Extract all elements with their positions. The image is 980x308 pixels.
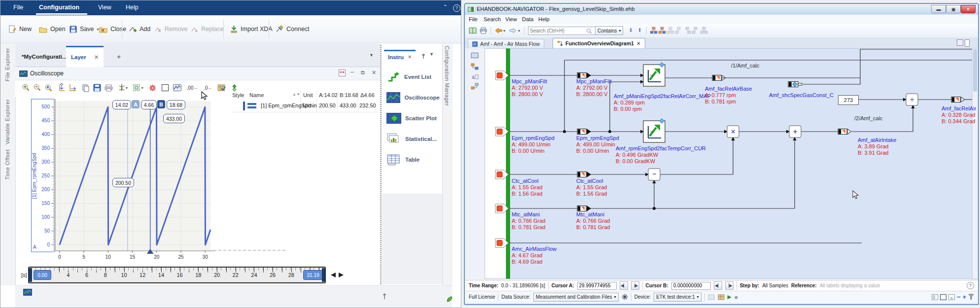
data-source-settings-icon[interactable] [622, 294, 628, 300]
cursor-a-tab[interactable]: A [132, 100, 140, 108]
time-ruler[interactable]: 24681012141618202224262830 0.00 31.19 [28, 267, 326, 283]
signal-marker[interactable] [577, 129, 591, 135]
ruler-left-handle[interactable] [29, 268, 32, 282]
diagram-signal-label[interactable]: Amf_shcSpecGasConst_C [769, 92, 834, 99]
diagram-signal-label[interactable]: Mpc_pManiFiltA: 2792.00 VB: 2800.00 V [576, 78, 612, 98]
sidebar-tab-file-explorer[interactable]: File Explorer [4, 48, 10, 81]
shcspecgasconst-marker[interactable] [788, 82, 802, 87]
diagram-signal-label[interactable]: Amf_rpmEngSpd2facTempCorr_CURA: 0.496 Gr… [616, 145, 706, 165]
add-button[interactable]: Add [129, 21, 150, 37]
close-tab-icon[interactable]: ✕ [408, 54, 412, 60]
view-mode-single-icon[interactable] [932, 294, 938, 300]
add-block[interactable]: + [789, 126, 801, 137]
cursor-b-input[interactable] [671, 282, 711, 290]
sidebar-tab-variable-explorer[interactable]: Variable Explorer [4, 99, 10, 144]
diagram-signal-label[interactable]: Epm_rpmEngSpdA: 499.00 U/minB: 0.00 U/mi… [576, 135, 619, 154]
save-dropdown-arrow[interactable]: ▾ [97, 27, 99, 32]
panel-check-icon[interactable] [339, 69, 346, 76]
col-name[interactable]: Name [249, 92, 264, 98]
palette-item-scatter-plot[interactable]: Scatter Plot [386, 110, 440, 127]
tab-overflow-icon[interactable]: ▼ [369, 53, 374, 58]
device-dropdown[interactable]: ETK test device:1▾ [654, 293, 701, 302]
cursor-b-step-back[interactable]: ◀▏ [714, 281, 722, 290]
close-tab-icon[interactable]: ✕ [94, 54, 99, 61]
pin-icon[interactable] [420, 53, 426, 59]
facrelair-marker[interactable] [951, 97, 965, 103]
palette-item-oscilloscope[interactable]: Oscilloscope [386, 89, 440, 106]
import-xda-button[interactable]: Import XDA [230, 21, 273, 37]
cursor-a-time-flag[interactable]: 14.02 [112, 100, 131, 109]
ruler-right-handle[interactable] [322, 268, 325, 282]
help-icon[interactable]: ? [967, 282, 974, 289]
background-color-icon[interactable] [160, 83, 170, 93]
diagram-signal-label[interactable]: Epm_rpmEngSpdA: 499.00 U/minB: 0.00 U/mi… [512, 135, 555, 154]
minimize-panel-icon[interactable]: – [350, 68, 354, 75]
cursor-b-step-forward[interactable]: ▕▶ [725, 281, 734, 290]
open-button[interactable]: Open [39, 21, 66, 37]
ruler-start-value[interactable]: 0.00 [34, 270, 51, 280]
diagram-signal-label[interactable]: Mtc_atManiA: 0.766 GradB: 0.781 Grad [512, 211, 546, 231]
filter-icon[interactable] [968, 294, 974, 300]
diagram-signal-label[interactable]: Amf_pManiEngSpd2facRelAirCorr_MAPA: 0.28… [614, 93, 711, 112]
tab-instruments[interactable]: Instru ✕ [384, 50, 416, 63]
sidebar-tab-time-offset[interactable]: Time Offset [4, 149, 10, 180]
diagram-signal-label[interactable]: Amf_facRelAirA: 0.328 GradB: 0.344 Grad [942, 105, 976, 125]
multiply-block[interactable]: × [727, 126, 739, 137]
replace-button[interactable]: Replace [191, 21, 224, 37]
pin-icon[interactable] [382, 293, 387, 300]
scroll-arrows-icon[interactable] [329, 271, 346, 279]
settings-gear-icon[interactable] [147, 83, 157, 93]
diagram-signal-label[interactable]: Amc_AirMassFlowA: 4.67 GradB: 4.69 Grad [512, 246, 557, 265]
diagram-signal-label[interactable]: Ctc_atCoolA: 1.55 GradB: 1.56 Grad [512, 178, 542, 197]
zoom-in-icon[interactable] [21, 83, 31, 93]
palette-item-statistical[interactable]: Statistical... [386, 131, 440, 147]
layout-tool-icon[interactable]: ▾ [132, 83, 144, 93]
cursor-a-step-back[interactable]: ◀▏ [620, 281, 628, 290]
subtract-block[interactable]: − [648, 169, 660, 180]
increase-decimals-icon[interactable]: .00→ [185, 83, 200, 93]
sidebar-tab-configuration-manager[interactable]: Configuration Manager [444, 46, 450, 106]
ruler-end-value[interactable]: 31.19 [303, 270, 323, 280]
palette-splitter[interactable] [380, 45, 382, 284]
atairintake-marker[interactable] [838, 129, 851, 135]
diagram-signal-label[interactable]: Mtc_atManiA: 0.766 GradB: 0.781 Grad [576, 211, 610, 231]
signal-marker[interactable] [577, 205, 591, 211]
data-source-dropdown[interactable]: Measurement and Calibration Files▾ [533, 293, 619, 302]
menu-file[interactable]: File [13, 4, 23, 11]
fit-vertical-icon[interactable] [57, 83, 67, 93]
constant-273[interactable]: 273 [838, 95, 859, 105]
chart-style-icon[interactable] [172, 83, 182, 93]
table-config-icon[interactable] [216, 83, 226, 93]
chevron-down-icon[interactable]: ▼ [429, 52, 434, 57]
signal-marker[interactable] [577, 171, 591, 177]
palette-item-table[interactable]: Table [386, 151, 440, 168]
menu-configuration[interactable]: Configuration [39, 4, 79, 11]
restore-panel-icon[interactable]: ⧉ [361, 69, 365, 76]
step-by-value[interactable]: All Samples [762, 283, 788, 288]
export-signals-icon[interactable] [229, 83, 239, 93]
print-icon[interactable] [104, 83, 113, 93]
menu-view[interactable]: View [98, 4, 111, 11]
palette-item-event-list[interactable]: Event List [386, 68, 440, 85]
col-cursor-b[interactable]: B:18.68 [340, 92, 358, 98]
cursor-tool-icon[interactable]: ▾ [116, 83, 129, 93]
measurement-config-icon[interactable] [708, 294, 715, 300]
view-mode-overlay-icon[interactable]: a [948, 294, 955, 300]
panel-splitter[interactable] [213, 250, 285, 251]
diagram-signal-label[interactable]: Ctc_atCoolA: 1.55 GradB: 1.56 Grad [576, 178, 607, 197]
divide-block[interactable]: ÷ [906, 94, 918, 105]
scrollbar-thumb[interactable] [973, 49, 977, 92]
new-button[interactable]: New [8, 21, 32, 37]
col-cursor-a[interactable]: A:14.02 [319, 92, 338, 98]
cursor-a-step-forward[interactable]: ▕▶ [631, 281, 639, 290]
zoom-fit-icon[interactable] [44, 83, 54, 93]
cursor-a-input[interactable] [577, 282, 617, 290]
zoom-out-icon[interactable]: − [957, 293, 961, 301]
diagram-signal-label[interactable]: Mpc_pManiFiltA: 2792.00 VB: 2800.00 V [512, 78, 547, 98]
stop-icon[interactable]: ■ [735, 294, 738, 300]
col-delta[interactable]: Δ4.66 [360, 92, 375, 98]
map-block[interactable] [643, 63, 665, 86]
save-image-icon[interactable] [92, 83, 102, 93]
col-unit[interactable]: Unit [303, 92, 313, 98]
new-tab-button[interactable]: + [112, 46, 126, 67]
